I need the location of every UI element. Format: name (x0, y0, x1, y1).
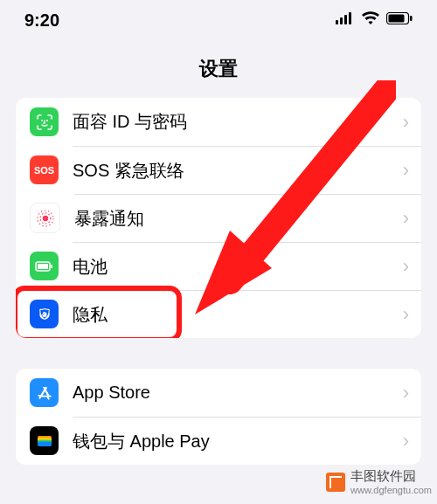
svg-rect-5 (389, 15, 405, 23)
row-label: 面容 ID 与密码 (73, 110, 403, 134)
row-label: SOS 紧急联络 (73, 159, 403, 183)
row-label: 电池 (73, 255, 403, 279)
watermark-logo-icon (326, 473, 345, 492)
svg-rect-1 (340, 17, 343, 24)
settings-group-2: App Store › 钱包与 Apple Pay › (16, 369, 421, 465)
row-faceid[interactable]: 面容 ID 与密码 › (16, 98, 421, 146)
svg-rect-3 (349, 12, 351, 24)
page-title: 设置 (0, 56, 437, 82)
svg-rect-13 (38, 264, 48, 269)
exposure-icon (30, 203, 60, 233)
row-label: App Store (73, 383, 403, 403)
watermark-name: 丰图软件园 (350, 468, 416, 483)
chevron-right-icon: › (403, 207, 409, 230)
svg-point-7 (41, 120, 43, 121)
row-label: 暴露通知 (74, 207, 403, 231)
chevron-right-icon: › (403, 255, 409, 278)
row-label: 钱包与 Apple Pay (73, 430, 403, 453)
battery-row-icon (30, 252, 59, 280)
row-exposure[interactable]: 暴露通知 › (16, 194, 421, 242)
settings-group-1: 面容 ID 与密码 › SOS SOS 紧急联络 › 暴露通知 › (16, 98, 421, 338)
battery-icon (386, 12, 413, 28)
svg-rect-22 (38, 441, 52, 445)
svg-point-9 (42, 215, 47, 220)
faceid-icon (30, 107, 59, 136)
row-wallet[interactable]: 钱包与 Apple Pay › (16, 417, 421, 465)
chevron-right-icon: › (403, 159, 409, 182)
status-time: 9:20 (24, 10, 59, 31)
svg-rect-0 (336, 20, 338, 24)
row-sos[interactable]: SOS SOS 紧急联络 › (16, 146, 421, 194)
chevron-right-icon: › (403, 111, 409, 134)
row-battery[interactable]: 电池 › (16, 242, 421, 290)
svg-rect-2 (344, 15, 347, 24)
wallet-icon (30, 426, 59, 455)
watermark: 丰图软件园 www.dgfengtu.com (326, 468, 432, 495)
svg-point-8 (46, 120, 48, 121)
cellular-icon (336, 12, 355, 28)
status-icons (336, 11, 413, 29)
privacy-icon (30, 300, 59, 328)
row-label: 隐私 (73, 303, 403, 327)
svg-rect-14 (51, 265, 52, 268)
watermark-url: www.dgfengtu.com (350, 485, 432, 495)
row-appstore[interactable]: App Store › (16, 369, 421, 417)
chevron-right-icon: › (403, 430, 409, 452)
appstore-icon (30, 378, 59, 407)
row-privacy[interactable]: 隐私 › (16, 290, 421, 338)
chevron-right-icon: › (403, 382, 409, 404)
wifi-icon (361, 11, 380, 29)
svg-rect-6 (410, 16, 413, 21)
sos-icon: SOS (30, 155, 59, 184)
chevron-right-icon: › (403, 303, 409, 326)
